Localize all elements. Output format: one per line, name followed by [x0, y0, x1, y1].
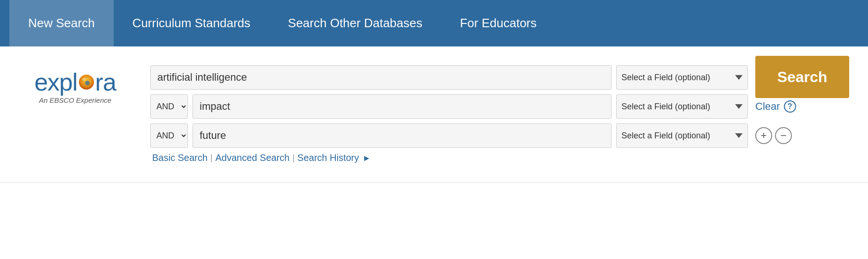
search-input-1[interactable]	[150, 65, 612, 90]
nav-item-search-other-databases[interactable]: Search Other Databases	[269, 0, 441, 46]
nav-item-new-search[interactable]: New Search	[9, 0, 114, 46]
bool-select-3[interactable]: AND OR NOT	[150, 123, 188, 148]
main-content: expl ra An EBSCO Experience	[0, 46, 868, 173]
svg-point-2	[85, 81, 90, 85]
bool-select-2[interactable]: AND OR NOT	[150, 94, 188, 119]
help-icon[interactable]: ?	[784, 100, 796, 113]
logo-bulb-icon	[78, 74, 95, 91]
help-label: ?	[788, 102, 792, 111]
search-panel: Select a Field (optional) AND OR NOT Sel…	[150, 65, 849, 163]
search-row-2: AND OR NOT Select a Field (optional)	[150, 94, 748, 119]
nav-item-for-educators[interactable]: For Educators	[441, 0, 555, 46]
clear-button[interactable]: Clear	[755, 100, 780, 113]
search-row-1: Select a Field (optional)	[150, 65, 748, 90]
add-remove-row: + −	[755, 123, 792, 148]
advanced-search-link[interactable]: Advanced Search	[216, 152, 290, 163]
nav-item-curriculum-standards[interactable]: Curriculum Standards	[114, 0, 269, 46]
search-input-3[interactable]	[193, 123, 612, 148]
separator-2: |	[292, 153, 294, 163]
search-history-label: Search History	[297, 152, 359, 163]
nav-label-curriculum-standards: Curriculum Standards	[132, 16, 250, 30]
search-button-row: Search	[755, 65, 849, 90]
remove-label: −	[781, 130, 787, 141]
nav-label-for-educators: For Educators	[460, 16, 536, 30]
bottom-links: Basic Search | Advanced Search | Search …	[150, 152, 748, 163]
search-input-2[interactable]	[193, 94, 612, 119]
field-select-2[interactable]: Select a Field (optional)	[616, 94, 748, 119]
separator-1: |	[210, 153, 213, 163]
clear-label: Clear	[755, 100, 780, 112]
clear-row: Clear ?	[755, 94, 796, 119]
bottom-divider	[0, 182, 868, 183]
basic-search-link[interactable]: Basic Search	[152, 152, 208, 163]
search-row-3: AND OR NOT Select a Field (optional)	[150, 123, 748, 148]
nav-label-new-search: New Search	[28, 16, 95, 30]
logo-text-expl: expl	[34, 70, 77, 94]
nav-bar: New Search Curriculum Standards Search O…	[0, 0, 868, 46]
search-rows: Select a Field (optional) AND OR NOT Sel…	[150, 65, 748, 163]
add-label: +	[761, 130, 767, 141]
search-button-label: Search	[777, 69, 828, 85]
add-row-button[interactable]: +	[755, 127, 772, 144]
search-history-link[interactable]: Search History ►	[297, 152, 371, 163]
right-actions: Search Clear ? + −	[755, 65, 849, 148]
logo-area: expl ra An EBSCO Experience	[19, 70, 132, 104]
nav-label-search-other-databases: Search Other Databases	[288, 16, 422, 30]
field-select-1[interactable]: Select a Field (optional)	[616, 65, 748, 90]
logo-text-ora: ra	[95, 70, 116, 94]
field-select-3[interactable]: Select a Field (optional)	[616, 123, 748, 148]
logo: expl ra	[34, 70, 116, 94]
logo-subtitle: An EBSCO Experience	[39, 96, 111, 104]
remove-row-button[interactable]: −	[775, 127, 792, 144]
chevron-right-icon: ►	[363, 153, 371, 163]
search-button[interactable]: Search	[755, 56, 849, 98]
